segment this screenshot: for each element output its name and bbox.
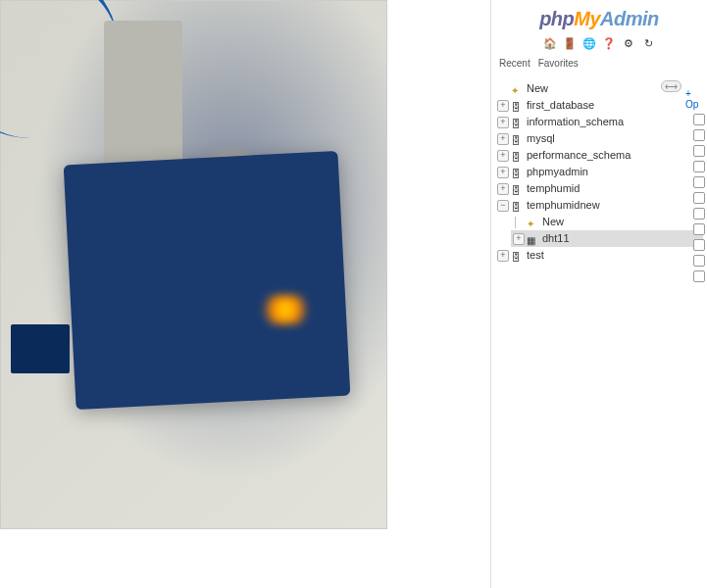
tab-favorites[interactable]: Favorites xyxy=(538,58,579,69)
row-checkbox[interactable] xyxy=(693,161,705,172)
row-checkbox[interactable] xyxy=(693,192,705,204)
phpmyadmin-sidebar: phpMyAdmin 🏠 🚪 🌐 ❓ ⚙ ↻ Recent Favorites … xyxy=(490,0,707,588)
expand-icon[interactable]: + xyxy=(497,133,509,145)
home-icon[interactable]: 🏠 xyxy=(543,36,557,50)
db-children-temphumidnew: │ ✦ New + ▦ dht11 xyxy=(495,214,703,247)
db-item-mysql[interactable]: + 🗄 mysql xyxy=(495,130,703,147)
arduino-board xyxy=(64,151,351,410)
settings-icon[interactable]: ⚙ xyxy=(622,36,635,50)
database-icon: 🗄 xyxy=(511,117,525,128)
table-item-dht11[interactable]: + ▦ dht11 xyxy=(511,230,703,247)
database-icon: 🗄 xyxy=(511,133,525,145)
db-item-test[interactable]: + 🗄 test xyxy=(495,247,703,264)
database-icon: 🗄 xyxy=(511,183,525,195)
expand-icon[interactable]: + xyxy=(497,167,509,178)
database-icon: 🗄 xyxy=(511,250,525,262)
expand-icon[interactable]: + xyxy=(497,250,509,262)
row-checkbox[interactable] xyxy=(693,239,705,251)
table-icon: ▦ xyxy=(527,233,540,245)
db-item-performance-schema[interactable]: + 🗄 performance_schema xyxy=(495,147,703,164)
db-label: performance_schema xyxy=(527,148,631,163)
docs-icon[interactable]: ❓ xyxy=(602,36,616,50)
tab-recent[interactable]: Recent xyxy=(499,58,530,69)
db-item-first-database[interactable]: + 🗄 first_database xyxy=(495,97,703,114)
expand-icon[interactable]: + xyxy=(497,150,509,162)
expand-icon[interactable]: + xyxy=(497,100,509,112)
row-checkbox[interactable] xyxy=(693,129,705,141)
database-icon: 🗄 xyxy=(511,167,525,178)
database-icon: 🗄 xyxy=(511,200,525,212)
gap xyxy=(387,0,490,588)
db-label: mysql xyxy=(527,131,555,146)
new-table[interactable]: │ ✦ New xyxy=(511,214,703,230)
row-checkbox[interactable] xyxy=(693,114,705,125)
ethernet-jack xyxy=(104,21,182,168)
tree-spacer xyxy=(497,83,509,95)
expand-icon[interactable]: + xyxy=(497,117,509,128)
query-icon[interactable]: 🌐 xyxy=(582,36,596,50)
db-label: test xyxy=(527,248,544,263)
logout-icon[interactable]: 🚪 xyxy=(563,36,577,50)
db-item-phpmyadmin[interactable]: + 🗄 phpmyadmin xyxy=(495,164,703,180)
options-link[interactable]: + Op xyxy=(685,88,705,110)
tree-line: │ xyxy=(513,215,525,229)
pma-logo: phpMyAdmin xyxy=(491,0,707,34)
database-icon: 🗄 xyxy=(511,100,525,112)
row-checkbox[interactable] xyxy=(693,208,705,220)
photo-bg xyxy=(1,1,386,528)
database-icon: 🗄 xyxy=(511,150,525,162)
logo-php: php xyxy=(539,8,574,29)
db-label: temphumid xyxy=(527,181,580,196)
logo-admin: Admin xyxy=(600,8,659,29)
db-label: first_database xyxy=(527,98,594,113)
nav-tabs: Recent Favorites xyxy=(491,56,707,71)
db-tree: ✦ New + 🗄 first_database + 🗄 information… xyxy=(491,71,707,588)
logo-my: My xyxy=(574,8,600,29)
row-checkbox[interactable] xyxy=(693,145,705,157)
table-label: dht11 xyxy=(542,231,570,246)
row-checkbox[interactable] xyxy=(693,223,705,235)
expand-icon[interactable]: + xyxy=(513,233,525,245)
db-label: phpmyadmin xyxy=(527,165,588,179)
expand-icon[interactable]: + xyxy=(497,183,509,195)
db-item-temphumidnew[interactable]: − 🗄 temphumidnew xyxy=(495,197,703,214)
right-edge-controls: + Op xyxy=(685,88,707,282)
db-label: information_schema xyxy=(527,115,624,129)
db-label: temphumidnew xyxy=(527,198,600,213)
collapse-icon[interactable]: − xyxy=(497,200,509,212)
db-item-information-schema[interactable]: + 🗄 information_schema xyxy=(495,114,703,130)
new-table-label: New xyxy=(542,215,564,229)
db-item-temphumid[interactable]: + 🗄 temphumid xyxy=(495,180,703,197)
row-checkbox[interactable] xyxy=(693,255,705,267)
collapse-button[interactable]: ⟷ xyxy=(661,80,682,92)
dht11-sensor xyxy=(11,324,70,373)
usb-cable xyxy=(0,0,119,138)
led-glow xyxy=(256,295,315,324)
hardware-photo xyxy=(0,0,387,529)
reload-icon[interactable]: ↻ xyxy=(641,36,655,50)
row-checkbox[interactable] xyxy=(693,270,705,282)
toolbar: 🏠 🚪 🌐 ❓ ⚙ ↻ xyxy=(491,34,707,56)
new-icon: ✦ xyxy=(511,83,525,95)
new-icon: ✦ xyxy=(527,217,540,228)
row-checkbox[interactable] xyxy=(693,176,705,188)
new-label: New xyxy=(527,81,548,96)
